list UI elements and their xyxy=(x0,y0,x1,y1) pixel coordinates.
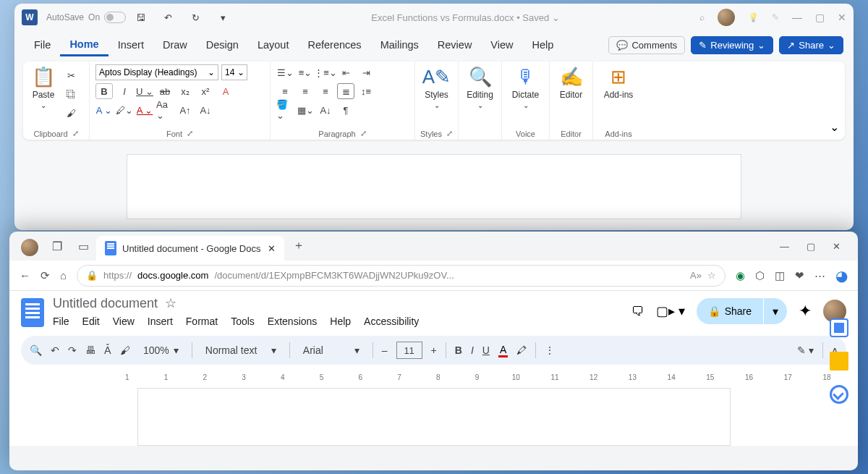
highlight-color-button[interactable]: 🖍 xyxy=(516,344,527,356)
paint-format-icon[interactable]: 🖌 xyxy=(120,344,130,356)
shading-button[interactable]: 🪣⌄ xyxy=(276,102,294,118)
copilot-icon[interactable]: ◕ xyxy=(835,267,848,284)
editor-button[interactable]: ✍Editor xyxy=(556,64,587,101)
tab-actions-icon[interactable]: ▭ xyxy=(75,237,92,255)
toggle-switch-icon[interactable] xyxy=(104,12,126,23)
text-color-button[interactable]: A xyxy=(498,344,508,357)
profile-avatar[interactable] xyxy=(21,239,38,256)
dialog-launcher-icon[interactable]: ⤢ xyxy=(360,129,367,138)
highlight-button[interactable]: 🖊⌄ xyxy=(116,102,133,118)
format-painter-icon[interactable]: 🖌 xyxy=(62,105,80,121)
bold-button[interactable]: B xyxy=(95,83,113,99)
star-icon[interactable]: ☆ xyxy=(165,295,176,311)
more-options-icon[interactable]: ⋮ xyxy=(545,344,555,356)
menu-tools[interactable]: Tools xyxy=(231,316,255,327)
collapse-ribbon-icon[interactable]: ⌄ xyxy=(830,120,839,134)
menu-insert[interactable]: Insert xyxy=(148,316,173,327)
tab-file[interactable]: File xyxy=(25,35,60,55)
align-center-button[interactable]: ≡ xyxy=(297,83,314,99)
sort-button[interactable]: A↓ xyxy=(317,102,334,118)
bold-button[interactable]: B xyxy=(455,344,462,356)
read-aloud-icon[interactable]: A» xyxy=(690,270,702,281)
line-spacing-button[interactable]: ↕≡ xyxy=(357,83,375,99)
subscript-button[interactable]: x₂ xyxy=(176,83,194,99)
justify-button[interactable]: ≣ xyxy=(337,83,354,99)
meet-icon[interactable]: ▢▸ ▾ xyxy=(656,303,685,319)
font-color-button[interactable]: A ⌄ xyxy=(95,102,113,118)
workspaces-icon[interactable]: ❐ xyxy=(48,237,66,255)
split-screen-icon[interactable]: ◫ xyxy=(775,269,785,282)
dictate-button[interactable]: 🎙Dictate⌄ xyxy=(508,64,543,111)
font-name-select[interactable]: Aptos Display (Headings)⌄ xyxy=(95,64,218,80)
styles-button[interactable]: A✎Styles⌄ xyxy=(421,64,452,111)
cut-icon[interactable]: ✂ xyxy=(62,67,80,83)
extension-grammarly-icon[interactable]: ◉ xyxy=(736,269,745,282)
align-left-button[interactable]: ≡ xyxy=(276,83,294,99)
tab-help[interactable]: Help xyxy=(523,35,563,55)
calendar-icon[interactable] xyxy=(830,318,848,337)
extensions-icon[interactable]: ⬡ xyxy=(755,269,765,282)
menu-accessibility[interactable]: Accessibility xyxy=(364,316,419,327)
tab-references[interactable]: References xyxy=(298,35,370,55)
lightbulb-icon[interactable]: 💡 xyxy=(748,12,759,22)
dialog-launcher-icon[interactable]: ⤢ xyxy=(187,129,193,138)
share-button[interactable]: ↗ Share ⌄ xyxy=(779,36,843,54)
editing-mode-button[interactable]: ✎ ▾ xyxy=(797,344,814,356)
comments-button[interactable]: 💬 Comments xyxy=(608,36,685,54)
decrease-indent-button[interactable]: ⇤ xyxy=(337,64,354,80)
paste-button[interactable]: 📋Paste⌄ xyxy=(29,64,58,111)
menu-extensions[interactable]: Extensions xyxy=(268,316,317,327)
borders-button[interactable]: ▦⌄ xyxy=(297,102,314,118)
superscript-button[interactable]: x² xyxy=(197,83,214,99)
italic-button[interactable]: I xyxy=(116,83,133,99)
maximize-button[interactable]: ▢ xyxy=(807,241,815,252)
word-document-page[interactable] xyxy=(127,154,741,219)
increase-indent-button[interactable]: ⇥ xyxy=(357,64,375,80)
menu-view[interactable]: View xyxy=(113,316,135,327)
tasks-icon[interactable] xyxy=(830,385,848,404)
bullets-button[interactable]: ☰⌄ xyxy=(276,64,294,80)
home-button[interactable]: ⌂ xyxy=(60,269,67,282)
italic-button[interactable]: I xyxy=(471,344,474,356)
spellcheck-icon[interactable]: Ǎ xyxy=(104,344,111,356)
browser-tab-docs[interactable]: Untitled document - Google Docs ✕ xyxy=(96,236,284,261)
minimize-button[interactable]: — xyxy=(792,12,802,23)
grow-font-button[interactable]: A↑ xyxy=(176,102,194,118)
print-icon[interactable]: 🖶 xyxy=(85,344,95,356)
share-dropdown[interactable]: ▾ xyxy=(764,298,787,324)
close-button[interactable]: ✕ xyxy=(833,241,841,252)
tab-design[interactable]: Design xyxy=(197,35,248,55)
style-select[interactable]: Normal text ▾ xyxy=(201,344,281,356)
tab-review[interactable]: Review xyxy=(428,35,482,55)
docs-title[interactable]: Untitled document xyxy=(53,296,158,311)
address-bar[interactable]: 🔒 https://docs.google.com/document/d/1EX… xyxy=(77,265,726,287)
reviewing-button[interactable]: ✎ Reviewing ⌄ xyxy=(691,36,773,54)
editing-button[interactable]: 🔍Editing⌄ xyxy=(464,64,495,111)
tab-layout[interactable]: Layout xyxy=(248,35,299,55)
zoom-select[interactable]: 100% ▾ xyxy=(139,344,183,356)
redo-icon[interactable]: ↷ xyxy=(68,344,77,356)
favorite-icon[interactable]: ☆ xyxy=(707,270,716,281)
maximize-button[interactable]: ▢ xyxy=(815,12,825,23)
multilevel-button[interactable]: ⋮≡⌄ xyxy=(317,64,334,80)
user-avatar[interactable] xyxy=(718,9,735,26)
tab-home[interactable]: Home xyxy=(60,34,108,56)
more-icon[interactable]: ⋯ xyxy=(814,269,825,282)
new-tab-button[interactable]: ＋ xyxy=(293,238,305,253)
save-icon[interactable]: 🖫 xyxy=(132,9,149,25)
gemini-icon[interactable]: ✦ xyxy=(799,302,812,321)
tab-mailings[interactable]: Mailings xyxy=(371,35,428,55)
menu-format[interactable]: Format xyxy=(186,316,218,327)
ruler[interactable]: 1123456789101112131415161718 xyxy=(21,369,846,385)
menu-edit[interactable]: Edit xyxy=(82,316,100,327)
docs-logo-icon[interactable] xyxy=(21,298,44,327)
menu-help[interactable]: Help xyxy=(330,316,351,327)
pen-icon[interactable]: ✎ xyxy=(772,12,779,22)
numbering-button[interactable]: ≡⌄ xyxy=(297,64,314,80)
copy-icon[interactable]: ⿻ xyxy=(62,86,80,102)
addins-button[interactable]: ⊞Add-ins xyxy=(599,64,638,101)
back-button[interactable]: ← xyxy=(20,269,30,282)
comment-history-icon[interactable]: 🗨 xyxy=(631,304,644,319)
minimize-button[interactable]: — xyxy=(780,241,789,252)
close-button[interactable]: ✕ xyxy=(838,12,846,23)
